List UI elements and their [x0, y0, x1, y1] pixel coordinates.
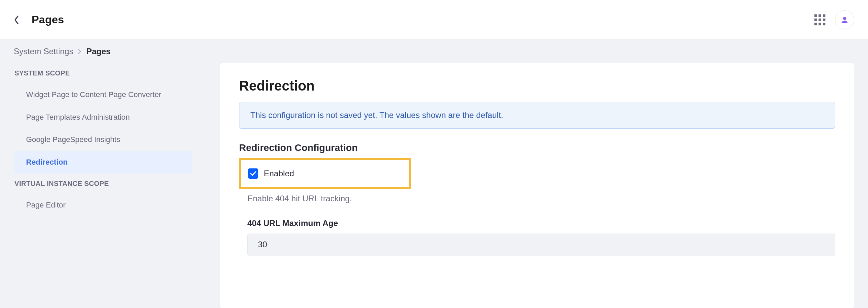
apps-menu-button[interactable]	[812, 12, 828, 28]
check-icon	[250, 171, 256, 176]
chevron-left-icon	[14, 15, 19, 24]
enabled-help-text: Enable 404 hit URL tracking.	[247, 194, 835, 203]
user-icon	[840, 15, 849, 24]
panel-title: Redirection	[239, 78, 835, 94]
enabled-label: Enabled	[264, 169, 294, 178]
scope-heading-virtual-instance: VIRTUAL INSTANCE SCOPE	[14, 174, 192, 194]
section-heading: Redirection Configuration	[239, 142, 835, 153]
topbar-right	[812, 10, 854, 29]
main-row: SYSTEM SCOPE Widget Page to Content Page…	[0, 63, 868, 308]
info-banner: This configuration is not saved yet. The…	[239, 102, 835, 129]
back-button[interactable]	[11, 14, 22, 25]
chevron-right-icon	[78, 47, 81, 56]
user-avatar-button[interactable]	[835, 10, 854, 29]
nav-page-editor[interactable]: Page Editor	[14, 194, 192, 216]
enabled-checkbox[interactable]	[248, 168, 258, 179]
page-title: Pages	[32, 13, 64, 26]
breadcrumb: System Settings Pages	[0, 40, 868, 63]
breadcrumb-current: Pages	[86, 47, 111, 56]
enabled-checkbox-row: Enabled	[248, 168, 402, 179]
topbar-left: Pages	[11, 13, 64, 26]
nav-widget-page-converter[interactable]: Widget Page to Content Page Converter	[14, 83, 192, 106]
svg-point-0	[843, 17, 846, 20]
topbar: Pages	[0, 0, 868, 40]
apps-grid-icon	[814, 14, 825, 25]
sidebar: SYSTEM SCOPE Widget Page to Content Page…	[14, 63, 192, 308]
nav-redirection[interactable]: Redirection	[14, 151, 192, 174]
enabled-highlight: Enabled	[239, 158, 411, 189]
nav-page-templates-admin[interactable]: Page Templates Administration	[14, 106, 192, 129]
max-age-input[interactable]	[247, 234, 835, 256]
scope-heading-system: SYSTEM SCOPE	[14, 63, 192, 83]
nav-google-pagespeed[interactable]: Google PageSpeed Insights	[14, 128, 192, 151]
settings-panel: Redirection This configuration is not sa…	[220, 63, 854, 308]
max-age-label: 404 URL Maximum Age	[247, 218, 835, 228]
breadcrumb-parent-link[interactable]: System Settings	[14, 47, 73, 56]
content: System Settings Pages SYSTEM SCOPE Widge…	[0, 40, 868, 308]
